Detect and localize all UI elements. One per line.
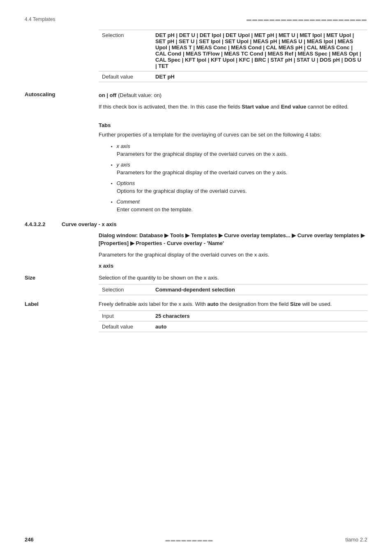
header: 4.4 Templates ▬▬▬▬▬▬▬▬▬▬▬▬▬▬▬▬▬▬▬▬▬ <box>25 16 367 22</box>
default-label: Default value <box>99 72 152 82</box>
selection-label: Selection <box>99 30 152 72</box>
size-table: Selection Command-dependent selection <box>99 284 367 295</box>
footer-brand: tiamo 2.2 <box>346 536 367 543</box>
footer-dots: ▬▬▬▬▬▬▬▬▬ <box>166 537 214 542</box>
list-item: y axis Parameters for the graphical disp… <box>111 161 367 177</box>
list-item: Options Options for the graphical displa… <box>111 179 367 195</box>
selection-table-block: Selection DET pH | DET U | DET Ipol | DE… <box>99 30 367 82</box>
input-label: Input <box>99 311 152 321</box>
list-item: x axis Parameters for the graphical disp… <box>111 142 367 158</box>
autoscaling-section: Autoscaling on | off (Default value: on)… <box>25 91 367 114</box>
autoscaling-content: on | off (Default value: on) If this che… <box>99 91 367 114</box>
autoscaling-onoff: on | off (Default value: on) <box>99 91 367 99</box>
label-section: Label Freely definable axis label for th… <box>25 301 367 332</box>
default-value: DET pH <box>152 72 367 82</box>
selection-label: Selection <box>99 284 152 295</box>
selection-value: DET pH | DET U | DET Ipol | DET Upol | M… <box>152 30 367 72</box>
table-row-default: Default value auto <box>99 321 367 332</box>
default-label: Default value <box>99 321 152 332</box>
page: 4.4 Templates ▬▬▬▬▬▬▬▬▬▬▬▬▬▬▬▬▬▬▬▬▬ Sele… <box>0 0 392 555</box>
size-label: Size <box>25 275 99 295</box>
selection-value: Command-dependent selection <box>152 284 367 295</box>
size-description: Selection of the quantity to be shown on… <box>99 275 367 281</box>
section-number: 4.4.3.2.2 <box>25 221 58 227</box>
section-4432-desc: Parameters for the graphical display of … <box>99 251 367 259</box>
tabs-section: Tabs Further properties of a template fo… <box>25 122 367 214</box>
header-section-label: 4.4 Templates <box>25 16 55 22</box>
autoscaling-description: If this check box is activated, then the… <box>99 103 367 111</box>
tabs-heading: Tabs <box>99 122 367 128</box>
table-row-input: Input 25 characters <box>99 311 367 321</box>
size-section: Size Selection of the quantity to be sho… <box>25 275 367 295</box>
tabs-bullet-list: x axis Parameters for the graphical disp… <box>111 142 367 214</box>
size-content: Selection of the quantity to be shown on… <box>99 275 367 295</box>
table-row-selection: Selection DET pH | DET U | DET Ipol | DE… <box>99 30 367 72</box>
section-4432: 4.4.3.2.2 Curve overlay - x axis <box>25 221 367 227</box>
default-value: auto <box>152 321 367 332</box>
tabs-description: Further properties of a template for the… <box>99 131 367 139</box>
table-row-selection: Selection Command-dependent selection <box>99 284 367 295</box>
input-value: 25 characters <box>152 311 367 321</box>
autoscaling-heading: Autoscaling <box>25 91 99 114</box>
header-dots: ▬▬▬▬▬▬▬▬▬▬▬▬▬▬▬▬▬▬▬▬▬ <box>247 16 367 22</box>
footer: 246 ▬▬▬▬▬▬▬▬▬ tiamo 2.2 <box>25 536 367 543</box>
axis-heading: x axis <box>99 263 367 269</box>
label-description: Freely definable axis label for the x ax… <box>99 301 367 307</box>
footer-page: 246 <box>25 536 34 543</box>
section-title: Curve overlay - x axis <box>62 221 117 227</box>
table-row-default: Default value DET pH <box>99 72 367 82</box>
section-4432-dialog: Dialog window: Database ▶ Tools ▶ Templa… <box>99 231 367 247</box>
label-table: Input 25 characters Default value auto <box>99 310 367 332</box>
list-item: Comment Enter comment on the template. <box>111 198 367 214</box>
label-label: Label <box>25 301 99 332</box>
selection-table: Selection DET pH | DET U | DET Ipol | DE… <box>99 30 367 82</box>
label-content: Freely definable axis label for the x ax… <box>99 301 367 332</box>
